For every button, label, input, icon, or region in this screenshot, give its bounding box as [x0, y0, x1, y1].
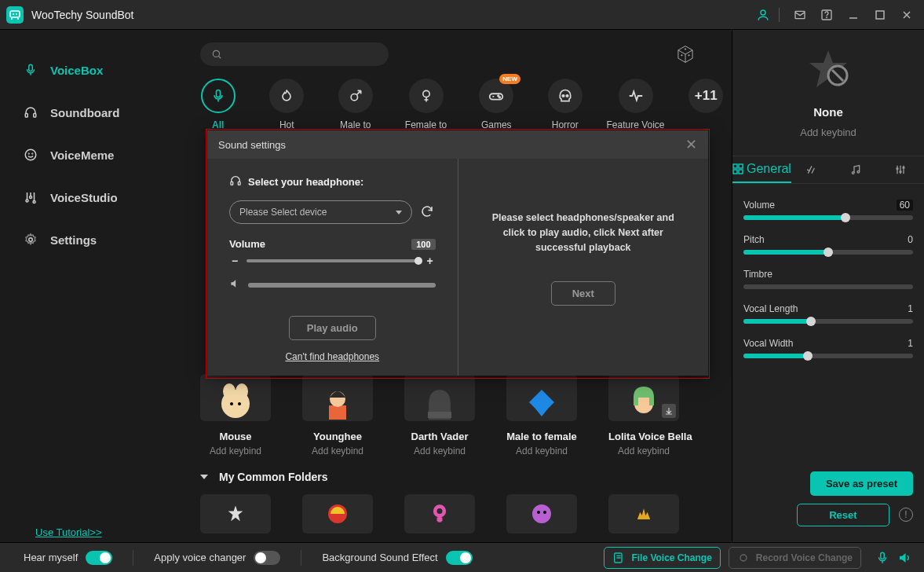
- close-icon[interactable]: [896, 4, 918, 26]
- tab-equalizer[interactable]: [880, 156, 924, 183]
- folders-header[interactable]: My Common Folders: [184, 456, 724, 490]
- plus-icon[interactable]: +: [425, 255, 436, 267]
- sidebar-item-voicebox[interactable]: VoiceBox: [0, 53, 177, 86]
- svg-point-19: [681, 55, 682, 56]
- new-badge: NEW: [499, 74, 520, 84]
- record-voice-change-button: Record Voice Change: [729, 547, 861, 569]
- sidebar-item-voicememe[interactable]: VoiceMeme: [0, 138, 177, 171]
- svg-rect-8: [29, 64, 33, 71]
- hear-myself-toggle[interactable]: Hear myself: [24, 551, 112, 565]
- sidebar-label: VoiceBox: [50, 64, 103, 77]
- headphones-icon: [22, 104, 39, 121]
- category-female[interactable]: Female to: [407, 79, 446, 130]
- smile-icon: [22, 146, 39, 163]
- voice-avatar: [608, 374, 679, 421]
- category-more[interactable]: +11: [688, 79, 725, 130]
- tab-music[interactable]: [835, 156, 879, 183]
- svg-point-12: [28, 153, 29, 154]
- voice-card[interactable]: Darth Vader Add keybind: [404, 374, 475, 456]
- svg-point-14: [26, 200, 28, 202]
- playback-bar: [248, 283, 436, 288]
- sidebar-item-settings[interactable]: Settings: [0, 223, 177, 256]
- tab-effects[interactable]: [791, 156, 835, 183]
- search-field[interactable]: [228, 49, 378, 60]
- svg-point-43: [543, 511, 546, 514]
- mic-icon: [201, 79, 236, 113]
- bottombar: Hear myself Apply voice changer Backgrou…: [0, 542, 924, 572]
- category-games[interactable]: NEW Games: [479, 79, 515, 130]
- star-placeholder-icon: [805, 47, 852, 94]
- user-icon[interactable]: [752, 4, 774, 26]
- svg-point-3: [761, 10, 765, 15]
- headphone-select[interactable]: Please Select device: [229, 200, 412, 224]
- mail-icon[interactable]: [789, 4, 811, 26]
- minimize-icon[interactable]: [842, 4, 864, 26]
- svg-point-29: [566, 95, 568, 97]
- save-preset-button[interactable]: Save as preset: [810, 471, 913, 496]
- next-button[interactable]: Next: [551, 281, 615, 306]
- folder-item[interactable]: [506, 494, 577, 534]
- bg-sound-toggle[interactable]: Background Sound Effect: [322, 551, 472, 565]
- sidebar-item-voicestudio[interactable]: VoiceStudio: [0, 181, 177, 214]
- svg-point-53: [903, 167, 904, 168]
- titlebar: WooTechy SoundBot: [0, 0, 924, 30]
- slider-vocal-width[interactable]: Vocal Width1: [743, 338, 913, 358]
- file-voice-change-button[interactable]: File Voice Change: [604, 547, 720, 569]
- add-keybind-link[interactable]: Add keybind: [800, 126, 856, 138]
- svg-point-6: [827, 17, 827, 18]
- cant-find-headphones-link[interactable]: Can't find headphones: [229, 351, 436, 362]
- voice-avatar: [404, 374, 475, 421]
- folder-item[interactable]: [608, 494, 679, 534]
- use-tutorial-link[interactable]: Use Tutorial>>: [35, 526, 102, 538]
- svg-point-28: [562, 95, 564, 97]
- reset-button[interactable]: Reset: [797, 504, 889, 526]
- svg-rect-48: [739, 170, 743, 174]
- dice-icon[interactable]: [674, 42, 697, 66]
- category-male[interactable]: Male to: [338, 79, 374, 130]
- modal-volume-slider[interactable]: − +: [229, 255, 436, 267]
- svg-rect-46: [739, 164, 743, 168]
- category-feature[interactable]: Feature Voice: [616, 79, 656, 130]
- category-hot[interactable]: Hot: [269, 79, 305, 130]
- play-audio-button[interactable]: Play audio: [289, 316, 376, 340]
- category-row: All Hot Male to Female to NEW Games H: [184, 74, 724, 130]
- info-icon[interactable]: !: [899, 508, 913, 522]
- apply-voice-toggle[interactable]: Apply voice changer: [154, 551, 280, 565]
- svg-rect-45: [733, 164, 737, 168]
- svg-point-31: [223, 383, 236, 399]
- svg-point-23: [351, 94, 357, 101]
- modal-title: Sound settings: [218, 139, 286, 151]
- help-icon[interactable]: [816, 4, 838, 26]
- speaker-icon[interactable]: [896, 549, 913, 566]
- minus-icon[interactable]: −: [229, 255, 240, 267]
- slider-timbre[interactable]: Timbre: [743, 269, 913, 289]
- svg-point-26: [498, 95, 499, 96]
- chevron-down-icon: [396, 211, 402, 214]
- sidebar-item-soundboard[interactable]: Soundboard: [0, 96, 177, 129]
- voice-card[interactable]: Younghee Add keybind: [302, 374, 373, 456]
- svg-rect-57: [231, 182, 233, 185]
- svg-rect-58: [238, 182, 240, 185]
- folder-item[interactable]: [302, 494, 373, 534]
- modal-close-icon[interactable]: ✕: [685, 136, 697, 153]
- slider-pitch[interactable]: Pitch0: [743, 234, 913, 255]
- slider-vocal-length[interactable]: Vocal Length1: [743, 303, 913, 324]
- maximize-icon[interactable]: [869, 4, 891, 26]
- tab-general[interactable]: General: [732, 156, 791, 183]
- sidebar-label: VoiceMeme: [50, 148, 114, 162]
- male-icon: [338, 79, 373, 113]
- voice-card[interactable]: Lolita Voice Bella Add keybind: [608, 374, 679, 456]
- search-input[interactable]: [200, 42, 389, 66]
- mic-icon[interactable]: [874, 549, 891, 566]
- modal-instruction: Please select headphones/speaker and cli…: [480, 211, 687, 255]
- voice-card[interactable]: Male to female Add keybind: [506, 374, 577, 456]
- svg-point-34: [238, 402, 241, 405]
- category-all[interactable]: All: [200, 79, 236, 130]
- folder-item[interactable]: [200, 494, 271, 534]
- voice-card[interactable]: Mouse Add keybind: [200, 374, 271, 456]
- folder-item[interactable]: [404, 494, 475, 534]
- svg-rect-9: [25, 114, 27, 118]
- category-horror[interactable]: Horror: [547, 79, 583, 130]
- refresh-icon[interactable]: [420, 204, 436, 220]
- slider-volume[interactable]: Volume60: [743, 200, 913, 220]
